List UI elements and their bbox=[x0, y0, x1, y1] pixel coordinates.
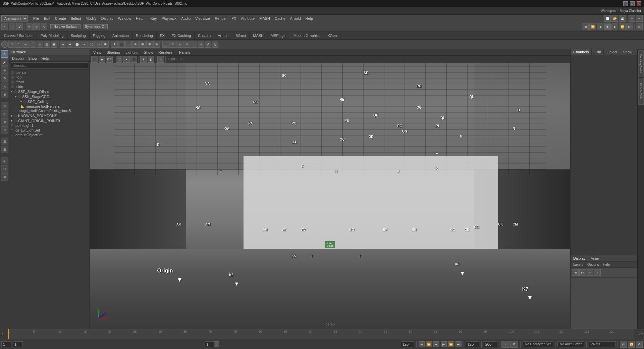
vp-xray-btn[interactable]: ☰ bbox=[157, 56, 164, 63]
attr-btn[interactable]: ⊠ bbox=[1, 173, 8, 181]
tab-fx[interactable]: FX bbox=[157, 32, 168, 39]
tab-sculpting[interactable]: Sculpting bbox=[67, 32, 90, 39]
tab-rendering[interactable]: Rendering bbox=[132, 32, 157, 39]
vp-menu-renderer[interactable]: Renderer bbox=[156, 50, 176, 55]
move-mode-btn[interactable]: ✛ bbox=[1, 66, 8, 74]
menu-cache[interactable]: Cache bbox=[273, 16, 287, 21]
vp-render-btn[interactable]: ▶ bbox=[99, 56, 105, 63]
new-scene-button[interactable]: 📄 bbox=[604, 15, 611, 22]
live-surface-dropdown[interactable]: No Live Surface bbox=[50, 24, 80, 29]
outliner-item-giant[interactable]: ▾ ⬡ GIANT_ORIGIN_POINT9 bbox=[9, 118, 90, 123]
vp-wireframe-btn[interactable]: ⬚ bbox=[116, 56, 122, 63]
sculpt-push[interactable]: ⊻ bbox=[169, 41, 176, 48]
add-key-btn[interactable]: + bbox=[501, 341, 509, 348]
menu-file[interactable]: File bbox=[31, 16, 41, 21]
menu-playback[interactable]: Playback bbox=[160, 16, 179, 21]
playback-end-input[interactable] bbox=[466, 341, 479, 347]
outliner-display-menu[interactable]: Display bbox=[10, 56, 26, 61]
bevel-tool[interactable]: ⬦ bbox=[125, 41, 132, 48]
object-tab[interactable]: Object bbox=[604, 49, 620, 55]
vp-menu-shading[interactable]: Shading bbox=[105, 50, 122, 55]
tab-motion-graphics[interactable]: Motion Graphics bbox=[290, 32, 324, 39]
tab-bifrost[interactable]: Bifrost bbox=[232, 32, 250, 39]
sculpt-pull[interactable]: ⊼ bbox=[176, 41, 183, 48]
timeline-ruler[interactable]: 1 5 10 15 20 25 30 35 40 45 50 55 60 65 … bbox=[8, 329, 634, 339]
loop-btn[interactable]: 🔁 bbox=[628, 341, 635, 348]
vp-smooth-btn[interactable]: ● bbox=[123, 56, 130, 63]
select-mode-btn[interactable]: ↖ bbox=[1, 50, 8, 58]
outliner-item-ssk-stagegeo[interactable]: ▸ ⬡ SSK_StageGEO bbox=[9, 94, 90, 99]
bridge-tool[interactable]: ⬛ bbox=[118, 41, 125, 48]
go-to-end-btn[interactable]: ⏭ bbox=[455, 341, 462, 347]
knife-tool[interactable]: ⊽ bbox=[183, 41, 190, 48]
menu-window[interactable]: Window bbox=[116, 16, 133, 21]
vp-menu-panels[interactable]: Panels bbox=[177, 50, 193, 55]
tab-fx-caching[interactable]: FX Caching bbox=[168, 32, 195, 39]
snap-mode-btn[interactable]: ⊞ bbox=[1, 102, 8, 109]
menu-help2[interactable]: Help bbox=[304, 16, 315, 21]
outliner-show-menu[interactable]: Show bbox=[26, 56, 40, 61]
workspace-value[interactable]: Maya Classic▾ bbox=[620, 9, 641, 13]
step-back-btn[interactable]: ⏪ bbox=[426, 341, 432, 347]
layers-sub[interactable]: Layers bbox=[572, 262, 585, 267]
menu-create[interactable]: Create bbox=[53, 16, 68, 21]
torus-tool[interactable]: ◯ bbox=[88, 41, 95, 48]
cone-tool[interactable]: ▲ bbox=[81, 41, 88, 48]
nurbs-square[interactable]: ▣ bbox=[51, 41, 57, 48]
vp-texture-btn[interactable]: ⬛ bbox=[130, 56, 137, 63]
go-to-start-btn[interactable]: ⏮ bbox=[419, 341, 425, 347]
tab-mash[interactable]: MASH bbox=[250, 32, 267, 39]
pencil-tool[interactable]: ✏ bbox=[22, 41, 29, 48]
outliner-item-ssf-stage[interactable]: ▸ ⬡ SSF_Stage_Offset bbox=[9, 89, 90, 94]
tab-curves-surfaces[interactable]: Curves / Surfaces bbox=[1, 32, 37, 39]
fill-hole[interactable]: ⋁ bbox=[212, 41, 218, 48]
quad-mode-btn[interactable]: ⊟ bbox=[1, 138, 8, 145]
sound-btn[interactable]: 🔊 bbox=[620, 341, 627, 348]
circle-tool[interactable]: ○ bbox=[1, 41, 8, 48]
insert-edge[interactable]: ⊿ bbox=[198, 41, 204, 48]
remove-layer-btn[interactable]: - bbox=[594, 269, 601, 276]
offset-edge[interactable]: ⋀ bbox=[205, 41, 211, 48]
mode-selector[interactable]: Animation Modeling Rigging FX bbox=[1, 15, 28, 21]
move-tool[interactable]: ✛ bbox=[26, 23, 33, 30]
tab-msplugin[interactable]: MSPlugin bbox=[267, 32, 290, 39]
play-back-btn[interactable]: ◀ bbox=[597, 23, 603, 30]
outliner-item-front[interactable]: 🎥 front bbox=[9, 80, 90, 84]
redo-button[interactable]: ↪ bbox=[636, 15, 643, 22]
plane-tool[interactable]: ▭ bbox=[95, 41, 102, 48]
no-anim-layer-label[interactable]: No Anim Layer bbox=[557, 341, 584, 347]
options-sub[interactable]: Options bbox=[586, 262, 600, 267]
menu-display[interactable]: Display bbox=[99, 16, 115, 21]
outliner-item-stage-studio[interactable]: ⬡ stage_studioControlPoints_stoneS bbox=[9, 109, 90, 113]
next-frame-display[interactable]: ⏭ bbox=[579, 269, 586, 276]
vp-menu-show[interactable]: Show bbox=[142, 50, 155, 55]
menu-mash[interactable]: MASH bbox=[257, 16, 272, 21]
step-fwd-btn[interactable]: ⏩ bbox=[448, 341, 454, 347]
play-back-btn[interactable]: ◀ bbox=[433, 341, 439, 347]
tab-rigging[interactable]: Rigging bbox=[90, 32, 109, 39]
menu-audio[interactable]: Audio bbox=[179, 16, 193, 21]
frame-end-input[interactable] bbox=[401, 341, 414, 347]
symmetry-mode-btn[interactable]: ⊠ bbox=[1, 118, 8, 126]
display-tab[interactable]: Display bbox=[571, 255, 588, 261]
outliner-item-default-light-set[interactable]: ⬡ defaultLightSet bbox=[9, 128, 90, 133]
cylinder-tool[interactable]: ⬤ bbox=[74, 41, 80, 48]
lasso-tool[interactable]: ⬚ bbox=[9, 23, 15, 30]
frame-start-input[interactable] bbox=[1, 341, 11, 347]
add-layer-btn[interactable]: + bbox=[587, 269, 593, 276]
tab-poly-modeling[interactable]: Poly Modeling bbox=[37, 32, 67, 39]
menu-help[interactable]: Help bbox=[134, 16, 146, 21]
select-tool[interactable]: ↖ bbox=[1, 23, 8, 30]
menu-select[interactable]: Select bbox=[69, 16, 83, 21]
step-fwd-btn[interactable]: ⏩ bbox=[619, 23, 626, 30]
channel-btn[interactable]: ⊟ bbox=[1, 165, 8, 172]
menu-modify[interactable]: Modify bbox=[84, 16, 98, 21]
smooth-tool[interactable]: ⊛ bbox=[153, 41, 160, 48]
universal-mode-btn[interactable]: ⊕ bbox=[1, 91, 8, 98]
grid-btn[interactable]: ⊞ bbox=[1, 146, 8, 153]
channels-tab[interactable]: Channels bbox=[571, 49, 592, 55]
no-character-set-label[interactable]: No Character Set bbox=[523, 341, 553, 347]
settings-btn[interactable]: ⚙ bbox=[636, 23, 643, 30]
timeline[interactable]: 1 1 5 10 15 20 25 30 35 40 45 50 55 60 6… bbox=[0, 329, 644, 339]
square-tool[interactable]: □ bbox=[8, 41, 15, 48]
